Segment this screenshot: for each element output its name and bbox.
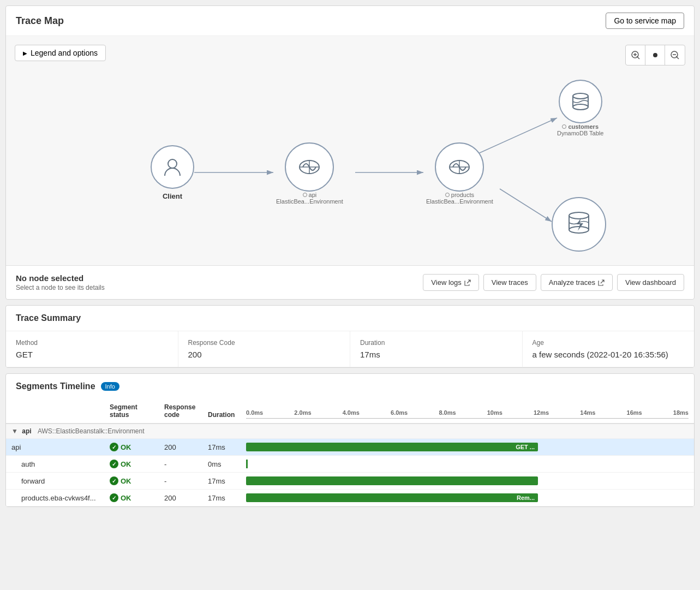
zoom-controls xyxy=(625,45,685,65)
svg-point-29 xyxy=(569,227,589,233)
view-dashboard-button[interactable]: View dashboard xyxy=(617,274,684,291)
node-api[interactable]: api ElasticBea...Environment xyxy=(276,142,343,205)
group-toggle[interactable]: ▼ xyxy=(11,427,18,435)
trace-map-header: Trace Map Go to service map xyxy=(6,6,694,36)
legend-options-button[interactable]: ▶ Legend and options xyxy=(15,45,106,61)
ok-icon: ✓ xyxy=(110,443,118,451)
api-circle xyxy=(285,142,334,192)
col-name-header xyxy=(6,399,104,424)
response-code-label: Response Code xyxy=(188,339,340,347)
row-status-products: ✓ OK xyxy=(104,490,159,506)
view-logs-label: View logs xyxy=(431,278,461,287)
row-status-api: ✓ OK xyxy=(104,439,159,456)
zoom-out-button[interactable] xyxy=(665,45,685,65)
method-col: Method GET xyxy=(6,331,178,367)
row-response-auth: - xyxy=(159,456,202,473)
external-link-icon xyxy=(464,279,471,286)
segments-timeline-panel: Segments Timeline Info Segment status Re… xyxy=(5,373,695,507)
ok-icon-products: ✓ xyxy=(110,493,118,502)
no-node-info: No node selected Select a node to see it… xyxy=(16,273,423,291)
group-header-cell: ▼ api AWS::ElasticBeanstalk::Environment xyxy=(6,424,694,439)
col-timeline-header: 0.0ms 2.0ms 4.0ms 6.0ms 8.0ms 10ms 12ms … xyxy=(241,399,694,424)
duration-value: 17ms xyxy=(360,350,512,359)
row-response-api: 200 xyxy=(159,439,202,456)
svg-point-13 xyxy=(168,159,177,168)
node-customers[interactable]: customers DynamoDB Table xyxy=(557,80,603,136)
age-label: Age xyxy=(533,339,685,347)
products-status-dot xyxy=(445,193,450,197)
row-name-forward: forward xyxy=(6,473,104,490)
trace-summary-title: Trace Summary xyxy=(6,306,694,331)
row-timeline-products: Rem... xyxy=(241,490,694,506)
go-to-service-map-button[interactable]: Go to service map xyxy=(606,13,684,29)
row-status-auth: ✓ OK xyxy=(104,456,159,473)
products-status: products xyxy=(445,192,474,198)
row-timeline-forward xyxy=(241,473,694,490)
table-row[interactable]: auth ✓ OK - 0ms xyxy=(6,456,694,473)
segments-timeline-title: Segments Timeline xyxy=(16,382,95,391)
svg-point-20 xyxy=(573,93,588,99)
node-products[interactable]: products ElasticBea...Environment xyxy=(426,142,493,205)
response-code-value: 200 xyxy=(188,350,340,359)
zoom-reset[interactable] xyxy=(645,45,665,65)
triangle-icon: ▶ xyxy=(23,50,27,56)
age-col: Age a few seconds (2022-01-20 16:35:56) xyxy=(523,331,695,367)
table-row[interactable]: products.eba-cvkws4f... ✓ OK 200 17ms Re… xyxy=(6,490,694,506)
ok-icon-forward: ✓ xyxy=(110,476,118,485)
svg-line-12 xyxy=(500,189,552,222)
view-logs-button[interactable]: View logs xyxy=(423,274,478,291)
row-duration-api: 17ms xyxy=(202,439,241,456)
no-node-title: No node selected xyxy=(16,273,423,283)
analyze-external-icon xyxy=(598,279,605,286)
client-circle xyxy=(151,145,194,189)
row-response-products: 200 xyxy=(159,490,202,506)
row-status-forward: ✓ OK xyxy=(104,473,159,490)
view-dashboard-label: View dashboard xyxy=(625,278,676,287)
legend-label: Legend and options xyxy=(31,49,98,57)
age-value: a few seconds (2022-01-20 16:35:56) xyxy=(533,350,685,359)
customers-label: customers xyxy=(568,123,599,130)
trace-map-title: Trace Map xyxy=(16,15,64,27)
group-name: api xyxy=(22,427,31,435)
row-response-forward: - xyxy=(159,473,202,490)
info-badge[interactable]: Info xyxy=(101,382,119,391)
trace-summary-row: Method GET Response Code 200 Duration 17… xyxy=(6,331,694,367)
analyze-traces-button[interactable]: Analyze traces xyxy=(541,274,613,291)
client-label: Client xyxy=(163,192,182,200)
segments-timeline-header: Segments Timeline Info xyxy=(6,374,694,399)
trace-map-panel: Trace Map Go to service map ▶ Legend and… xyxy=(5,5,695,300)
zoom-in-button[interactable] xyxy=(626,45,645,65)
table-row[interactable]: forward ✓ OK - 17ms xyxy=(6,473,694,490)
trace-summary-panel: Trace Summary Method GET Response Code 2… xyxy=(5,305,695,368)
row-name-auth: auth xyxy=(6,456,104,473)
view-traces-label: View traces xyxy=(492,278,528,287)
timeline-header-row: Segment status Response code Duration 0.… xyxy=(6,399,694,424)
api-status-dot xyxy=(303,193,307,197)
svg-point-4 xyxy=(653,53,657,57)
method-label: Method xyxy=(16,339,168,347)
row-timeline-api: GET ... xyxy=(241,439,694,456)
duration-label: Duration xyxy=(360,339,512,347)
row-name-api: api xyxy=(6,439,104,456)
analyze-traces-label: Analyze traces xyxy=(549,278,595,287)
customers-status-dot xyxy=(562,124,566,129)
col-duration-header: Duration xyxy=(202,399,241,424)
col-status-header: Segment status xyxy=(104,399,159,424)
group-header-row: ▼ api AWS::ElasticBeanstalk::Environment xyxy=(6,424,694,439)
view-traces-button[interactable]: View traces xyxy=(483,274,536,291)
svg-point-25 xyxy=(569,212,589,219)
api-label: api xyxy=(309,192,317,198)
row-duration-forward: 17ms xyxy=(202,473,241,490)
svg-point-24 xyxy=(573,104,588,110)
table-row[interactable]: api ✓ OK 200 17ms GET ... xyxy=(6,439,694,456)
row-timeline-auth xyxy=(241,456,694,473)
row-duration-auth: 0ms xyxy=(202,456,241,473)
no-node-sub: Select a node to see its details xyxy=(16,284,423,291)
products-circle xyxy=(435,142,484,192)
node-productsdb[interactable] xyxy=(552,197,606,252)
node-client[interactable]: Client xyxy=(151,145,194,200)
row-duration-products: 17ms xyxy=(202,490,241,506)
group-type: AWS::ElasticBeanstalk::Environment xyxy=(38,427,145,435)
products-sublabel: ElasticBea...Environment xyxy=(426,198,493,205)
products-label: products xyxy=(451,192,474,198)
